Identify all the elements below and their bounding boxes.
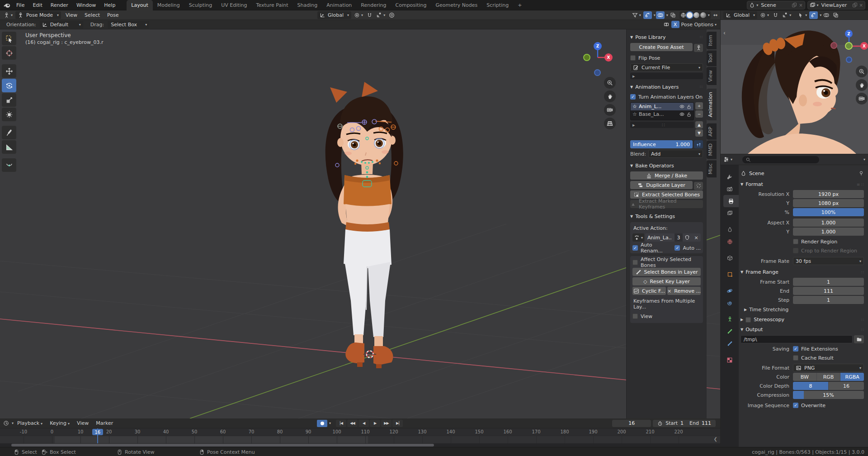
lock-open-icon[interactable]	[686, 104, 692, 109]
zoom-view-button-2[interactable]	[856, 66, 868, 77]
create-pose-asset-button[interactable]: Create Pose Asset	[630, 43, 693, 51]
sidebar-expand-icon[interactable]: ‹	[723, 30, 726, 36]
color-option-rgba[interactable]: RGBA	[840, 373, 864, 381]
overwrite-checkbox[interactable]	[793, 403, 798, 408]
workspace-tab-uv-editing[interactable]: UV Editing	[217, 0, 251, 10]
aspect-y-field[interactable]: 1.000	[793, 228, 864, 236]
blend-dropdown[interactable]: Add▾	[648, 150, 703, 158]
topbar-menu-window[interactable]: Window	[72, 0, 100, 10]
cyclic-button[interactable]: Cyclic F...	[632, 287, 666, 295]
gizmo-x-axis[interactable]: X	[604, 53, 613, 62]
action-name-field[interactable]: Anim_La..	[645, 233, 675, 242]
reset-key-layer-button[interactable]: ◇Reset Key Layer	[632, 277, 701, 285]
properties-tab-object[interactable]	[721, 268, 739, 280]
frame-range-panel-header[interactable]: ▼Frame Range∷	[741, 268, 864, 276]
properties-tab-collection[interactable]	[721, 252, 739, 264]
cache-result-checkbox[interactable]	[793, 355, 798, 361]
resolution-x-field[interactable]: 1920 px	[793, 190, 864, 198]
mirror-x-toggle[interactable]: X	[671, 21, 679, 28]
snap-with-dropdown-2[interactable]: ▾	[781, 11, 793, 19]
stereoscopy-checkbox[interactable]	[745, 317, 751, 323]
tool-scale[interactable]	[2, 93, 16, 107]
affect-only-checkbox[interactable]	[632, 260, 638, 265]
camera-view-button[interactable]	[604, 104, 616, 116]
character-figure[interactable]	[326, 82, 403, 368]
play-reverse-button[interactable]: ◀	[359, 420, 369, 427]
resolution-y-field[interactable]: 1080 px	[793, 199, 864, 207]
properties-tab-texture[interactable]	[721, 354, 739, 366]
fake-user-button[interactable]	[683, 233, 692, 242]
action-users-count[interactable]: 3	[675, 233, 683, 242]
lock-open-icon[interactable]	[686, 112, 692, 117]
format-panel-header[interactable]: ▼Format≡ ∷	[741, 180, 864, 189]
properties-tab-physics[interactable]	[721, 285, 739, 297]
sidebar-tab-misc[interactable]: Misc	[707, 160, 717, 177]
output-path-field[interactable]: /tmp\	[741, 335, 853, 343]
pose-options-dropdown[interactable]: Pose Options	[681, 22, 713, 28]
xray-toggle[interactable]	[669, 11, 677, 19]
animation-layers-header[interactable]: ▼Animation Layers∷	[630, 83, 703, 91]
pose-source-dropdown[interactable]: Current File▾	[630, 63, 703, 71]
xray-toggle-2[interactable]	[831, 11, 840, 19]
influence-slider[interactable]: Influence1.000	[630, 140, 693, 148]
extract-marked-keyframes-button[interactable]: Extract Marked Keyframes	[630, 200, 703, 208]
star-icon[interactable]: ☆	[632, 104, 637, 109]
workspace-tab-animation[interactable]: Animation	[322, 0, 356, 10]
gizmo-toggle-2[interactable]	[809, 11, 818, 19]
eye-icon[interactable]	[679, 111, 685, 117]
flip-pose-checkbox[interactable]	[630, 55, 636, 61]
depth-option-16[interactable]: 16	[829, 382, 864, 390]
frame-end-field[interactable]: 111	[793, 287, 864, 295]
depth-option-8[interactable]: 8	[793, 382, 829, 390]
auto-rename-checkbox[interactable]	[632, 245, 638, 251]
tool-pose-breakdowner[interactable]	[2, 158, 16, 172]
scene-selector[interactable]: ▾ Scene ×	[747, 1, 805, 10]
properties-editor-icon[interactable]	[723, 157, 729, 162]
orientation-dropdown[interactable]: Global▾	[317, 11, 351, 19]
duplicate-linked-button[interactable]	[694, 182, 703, 190]
new-scene-icon[interactable]	[792, 2, 797, 8]
wireframe-shading-icon[interactable]	[680, 12, 686, 18]
current-frame-field[interactable]: 16	[612, 420, 651, 427]
main-3d-viewport[interactable]: User Perspective (16) cogai_rig : c_eyeb…	[0, 29, 720, 418]
workspace-tab-scripting[interactable]: Scripting	[482, 0, 513, 10]
workspace-tab-shading[interactable]: Shading	[293, 0, 322, 10]
properties-tab-scene[interactable]	[721, 223, 739, 236]
tool-rotate[interactable]	[2, 79, 16, 92]
view-checkbox[interactable]	[632, 314, 638, 319]
snap-with-dropdown[interactable]: ▾	[375, 11, 387, 19]
gizmo-y-axis[interactable]	[583, 54, 590, 61]
visibility-dropdown[interactable]: ▾	[631, 11, 642, 19]
jump-prev-keyframe-button[interactable]: ◀◀	[347, 420, 358, 427]
blender-logo-icon[interactable]	[4, 2, 10, 9]
add-layer-button[interactable]: +	[695, 102, 703, 109]
unlink-action-button[interactable]: ×	[692, 233, 701, 242]
zoom-view-button[interactable]	[604, 77, 616, 89]
animation-layer-list[interactable]: ☆Anim_L...☆Base_La...	[630, 102, 694, 120]
tool-cursor[interactable]	[2, 46, 16, 60]
sidebar-tab-mmd[interactable]: MMD	[707, 140, 717, 159]
timeline-menu-keying[interactable]: Keying▾	[46, 420, 73, 426]
auto-other-checkbox[interactable]	[675, 245, 680, 251]
properties-tab-view-layer[interactable]	[721, 207, 739, 219]
jump-to-end-button[interactable]: ▶|	[392, 420, 403, 427]
pin-icon[interactable]	[859, 171, 864, 176]
resolution-percent-slider[interactable]: 100%	[793, 208, 864, 216]
properties-tab-tool[interactable]	[721, 171, 739, 183]
frame-start-field[interactable]: 1	[793, 278, 864, 286]
properties-filter-icon[interactable]: ▾	[863, 157, 865, 162]
color-option-rgb[interactable]: RGB	[817, 373, 841, 381]
topbar-menu-render[interactable]: Render	[47, 0, 72, 10]
properties-tab-armature[interactable]	[721, 313, 739, 325]
time-stretching-header[interactable]: ▶Time Stretching	[744, 305, 864, 314]
remove-button[interactable]: ×Remove ...	[667, 287, 701, 295]
pose-asset-extra-button[interactable]	[694, 44, 703, 52]
solid-shading-icon[interactable]	[687, 12, 693, 18]
tool-move[interactable]	[2, 64, 16, 78]
drag-dropdown[interactable]: Select Box▾	[108, 21, 149, 28]
auto-keying-toggle[interactable]	[317, 420, 327, 427]
remove-viewlayer-icon[interactable]: ×	[859, 3, 863, 8]
viewport-menu-view[interactable]: View	[62, 12, 81, 18]
tool-annotate[interactable]	[2, 126, 16, 139]
properties-tab-bone-constraint[interactable]	[721, 337, 739, 350]
